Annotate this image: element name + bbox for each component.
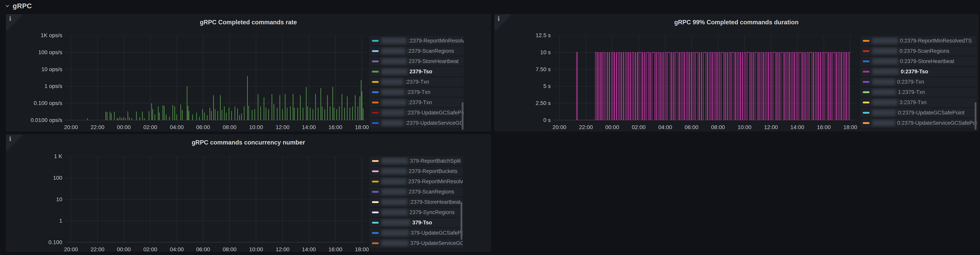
y-tick-label: 12.5 s <box>495 32 551 38</box>
legend-item-storeheartbeat[interactable]: 2379-StoreHeartbeat <box>369 57 464 66</box>
legend: :2379-ReportMinResolvedTS:2379-ScanRegio… <box>369 36 464 130</box>
legend-series-swatch <box>372 170 379 172</box>
x-tick-label: 16:00 <box>328 246 342 253</box>
redacted-host-blur <box>382 38 406 44</box>
chart-plot[interactable] <box>65 156 366 242</box>
legend-series-label: 1:2379-Txn <box>898 89 925 95</box>
legend-scrollbar[interactable] <box>975 102 977 130</box>
legend-item-tso[interactable]: 2379-Tso <box>369 67 464 76</box>
legend-series-swatch <box>372 122 379 124</box>
legend-item-updateservicegcsafepoint[interactable]: 379-UpdateServiceGCSafePoint <box>369 239 463 248</box>
panel-title[interactable]: gRPC Completed commands rate <box>6 19 491 26</box>
legend-item-txn[interactable]: 0:2379-Txn <box>861 77 977 86</box>
redacted-host-blur <box>382 110 404 116</box>
legend-item-updateservicegcsafepoint[interactable]: 0:2379-UpdateServiceGCSafePoint <box>861 119 977 128</box>
legend-series-label: 0:2379-ReportMinResolvedTS <box>900 38 972 44</box>
x-tick-label: 00:00 <box>605 124 619 130</box>
legend-series-label: 0:2379-UpdateServiceGCSafePoint <box>897 120 977 126</box>
y-tick-label: 10 ops/s <box>6 66 62 73</box>
redacted-host-blur <box>382 179 406 184</box>
dashboard-row-grpc[interactable]: gRPC <box>5 2 32 10</box>
legend-series-swatch <box>372 232 379 234</box>
x-tick-label: 04:00 <box>658 124 672 130</box>
legend-item-syncregions[interactable]: 2379-SyncRegions <box>369 208 463 217</box>
legend-series-swatch <box>372 101 379 103</box>
y-tick-label: 1 K <box>6 153 62 160</box>
legend-series-swatch <box>372 222 379 223</box>
chart-plot[interactable] <box>554 35 854 120</box>
legend-series-swatch <box>372 60 379 62</box>
legend-item-updategcsafepoint[interactable]: :2379-UpdateGCSafePoint <box>369 108 464 117</box>
redacted-host-blur <box>872 58 898 64</box>
legend-item-txn[interactable]: 3:2379-Txn <box>861 98 977 107</box>
legend-series-label: 0:2379-StoreHeartbeat <box>900 58 954 65</box>
redacted-host-blur <box>382 189 407 195</box>
redacted-host-blur <box>872 68 899 74</box>
y-tick-label: 1 <box>6 218 62 224</box>
legend-series-swatch <box>372 50 379 52</box>
series-line-tso <box>88 76 363 120</box>
legend-item-tso[interactable]: 379-Tso <box>369 218 463 227</box>
legend-item-scanregions[interactable]: 2379-ScanRegions <box>369 187 463 196</box>
x-tick-label: 08:00 <box>711 124 725 130</box>
chart-plot[interactable] <box>65 35 366 120</box>
redacted-host-blur <box>872 110 896 116</box>
redacted-host-blur <box>872 38 898 44</box>
redacted-host-blur <box>382 68 407 74</box>
legend-item-scanregions[interactable]: :2379-ScanRegions <box>369 46 464 55</box>
x-tick-label: 02:00 <box>143 246 157 253</box>
legend-series-swatch <box>372 191 379 193</box>
legend-item-txn[interactable]: 1:2379-Txn <box>861 87 977 97</box>
legend-item-tso[interactable]: 0:2379-Tso <box>861 67 977 76</box>
legend-item-reportbuckets[interactable]: 2379-ReportBuckets <box>369 166 463 176</box>
legend-series-swatch <box>863 71 869 73</box>
legend-series-label: :2379-ReportMinResolvedTS <box>408 38 464 44</box>
y-tick-label: 1K ops/s <box>6 32 62 38</box>
x-tick-label: 20:00 <box>552 124 566 130</box>
legend-item-updategcsafepoint[interactable]: 379-UpdateGCSafePoint <box>369 228 463 238</box>
x-tick-label: 18:00 <box>355 124 369 130</box>
legend-series-swatch <box>372 160 379 162</box>
row-title[interactable]: gRPC <box>13 2 32 10</box>
legend-item-reportminresolvedts[interactable]: 0:2379-ReportMinResolvedTS <box>861 36 977 45</box>
legend-scrollbar[interactable] <box>461 202 462 240</box>
legend-scrollbar[interactable] <box>462 102 463 130</box>
legend-series-label: 2379-ReportMinResolvedTS <box>408 179 463 185</box>
x-tick-label: 08:00 <box>223 124 237 130</box>
x-tick-label: 06:00 <box>196 246 210 253</box>
legend-item-txn[interactable]: :2379-Txn <box>369 77 464 86</box>
legend-item-reportminresolvedts[interactable]: 2379-ReportMinResolvedTS <box>369 177 463 186</box>
x-tick-label: 22:00 <box>91 246 104 253</box>
legend-item-reportbatchsplit[interactable]: 379-ReportBatchSplit <box>369 156 463 165</box>
legend-item-txn[interactable]: :2379-Txn <box>369 98 464 107</box>
legend-series-swatch <box>863 40 869 42</box>
legend-series-label: 2379-Tso <box>409 68 432 75</box>
x-tick-label: 06:00 <box>684 124 698 130</box>
y-tick-label: 10 <box>6 196 62 203</box>
legend-item-storeheartbeat[interactable]: :2379-StoreHeartbeat <box>369 198 463 207</box>
legend-item-storeheartbeat[interactable]: 0:2379-StoreHeartbeat <box>861 57 977 66</box>
legend-item-updateservicegcsafepoint[interactable]: :2379-UpdateServiceGCSafePoint <box>369 119 464 128</box>
y-tick-label: 7.50 s <box>495 66 551 73</box>
legend-series-swatch <box>372 91 379 93</box>
legend-item-scanregions[interactable]: 0:2379-ScanRegions <box>861 46 977 55</box>
y-tick-label: 0.100 ops/s <box>6 100 62 106</box>
legend-item-updategcsafepoint[interactable]: 0:2379-UpdateGCSafePoint <box>861 108 977 117</box>
redacted-host-blur <box>872 120 895 126</box>
legend-series-swatch <box>372 201 379 203</box>
legend-series-label: :2379-Txn <box>406 89 431 95</box>
legend-series-label: :2379-UpdateServiceGCSafePoint <box>405 120 464 126</box>
x-tick-label: 02:00 <box>143 124 157 130</box>
redacted-host-blur <box>872 79 895 85</box>
legend-item-reportminresolvedts[interactable]: :2379-ReportMinResolvedTS <box>369 36 464 45</box>
y-tick-label: 0.100 <box>6 239 62 245</box>
x-tick-label: 18:00 <box>355 246 369 253</box>
x-tick-label: 12:00 <box>276 124 290 130</box>
x-tick-label: 10:00 <box>249 246 263 253</box>
panel-title[interactable]: gRPC commands concurrency number <box>6 139 491 146</box>
legend-series-swatch <box>863 122 869 124</box>
chevron-down-icon[interactable] <box>5 3 10 8</box>
panel-title[interactable]: gRPC 99% Completed commands duration <box>495 19 978 26</box>
legend-series-label: :2379-Txn <box>408 100 432 106</box>
legend-item-txn[interactable]: :2379-Txn <box>369 87 464 97</box>
